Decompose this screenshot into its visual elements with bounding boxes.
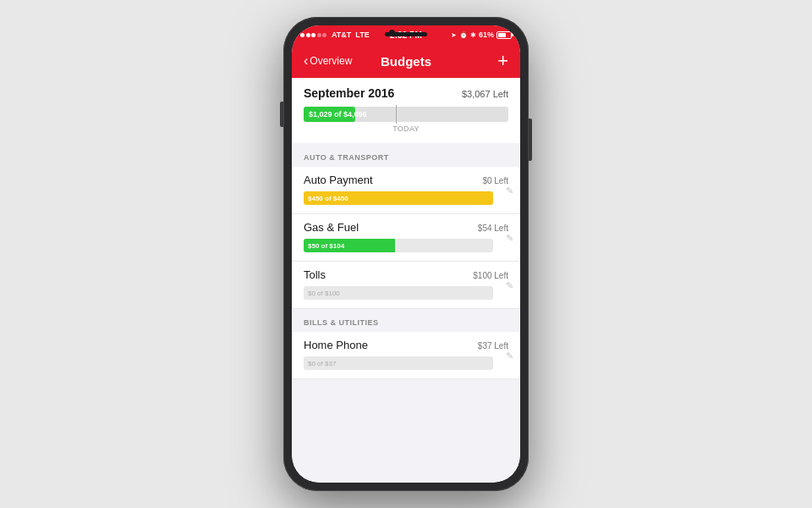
home-phone-name: Home Phone — [304, 339, 368, 351]
back-button[interactable]: ‹ Overview — [304, 53, 352, 69]
gas-fuel-progress-label: $50 of $104 — [308, 242, 344, 250]
september-title: September 2016 — [304, 86, 394, 100]
phone-inner: AT&T LTE 2:32 PM ➤ ⏰ ✱ 61% ‹ — [292, 25, 520, 483]
category-auto-label: AUTO & TRANSPORT — [304, 153, 389, 162]
september-amount-left: $3,067 Left — [462, 89, 508, 99]
september-section: September 2016 $3,067 Left $1,029 of $4,… — [292, 78, 520, 143]
phone-frame: AT&T LTE 2:32 PM ➤ ⏰ ✱ 61% ‹ — [283, 17, 529, 491]
gas-fuel-name: Gas & Fuel — [304, 221, 359, 234]
back-label: Overview — [310, 55, 352, 67]
battery-icon — [497, 31, 512, 39]
category-bills-utilities: BILLS & UTILITIES — [292, 309, 520, 332]
today-label: TODAY — [304, 124, 508, 133]
network-label: LTE — [355, 30, 369, 39]
battery-percent: 61% — [479, 30, 494, 39]
tolls-name: Tolls — [304, 268, 326, 281]
budget-item-gas-fuel[interactable]: Gas & Fuel $54 Left $50 of $104 ✎ — [292, 214, 520, 262]
home-phone-left: $37 Left — [478, 341, 508, 351]
screen: AT&T LTE 2:32 PM ➤ ⏰ ✱ 61% ‹ — [292, 25, 520, 483]
signal-dot-1 — [300, 33, 304, 37]
nav-bar: ‹ Overview Budgets + — [292, 44, 520, 78]
signal-dot-2 — [306, 33, 310, 37]
tolls-progress-bg: $0 of $100 — [304, 286, 493, 300]
auto-payment-edit-icon[interactable]: ✎ — [506, 185, 513, 196]
september-progress-label: $1,029 of $4,096 — [309, 110, 367, 119]
signal-dot-3 — [311, 33, 315, 37]
home-phone-progress-label: $0 of $37 — [304, 360, 336, 367]
add-button[interactable]: + — [497, 52, 508, 70]
category-bills-label: BILLS & UTILITIES — [304, 318, 379, 327]
alarm-icon: ⏰ — [459, 31, 468, 39]
carrier-label: AT&T — [332, 30, 351, 39]
budget-item-tolls[interactable]: Tolls $100 Left $0 of $100 ✎ — [292, 262, 520, 309]
signal-dot-5 — [322, 33, 326, 37]
battery-fill — [498, 33, 506, 37]
tolls-progress-label: $0 of $100 — [304, 290, 340, 297]
auto-payment-left: $0 Left — [482, 176, 508, 185]
gas-fuel-progress-bg: $50 of $104 — [304, 239, 493, 252]
today-marker — [396, 105, 397, 124]
auto-payment-progress-fill: $450 of $450 — [304, 191, 493, 205]
category-auto-transport: AUTO & TRANSPORT — [292, 144, 520, 167]
gas-fuel-edit-icon[interactable]: ✎ — [506, 232, 513, 243]
tolls-left: $100 Left — [473, 271, 508, 280]
budget-item-home-phone[interactable]: Home Phone $37 Left $0 of $37 ✎ — [292, 332, 520, 379]
auto-payment-name: Auto Payment — [304, 174, 373, 186]
location-icon: ➤ — [451, 31, 457, 39]
september-progress-container: $1,029 of $4,096 — [304, 107, 508, 122]
scroll-content[interactable]: September 2016 $3,067 Left $1,029 of $4,… — [292, 78, 520, 483]
home-phone-edit-icon[interactable]: ✎ — [506, 350, 513, 361]
budget-item-auto-payment[interactable]: Auto Payment $0 Left $450 of $450 ✎ — [292, 167, 520, 214]
auto-payment-progress-bg: $450 of $450 — [304, 191, 493, 205]
back-chevron-icon: ‹ — [304, 53, 308, 69]
home-phone-progress-bg: $0 of $37 — [304, 356, 493, 370]
nav-title: Budgets — [381, 54, 431, 69]
bluetooth-icon: ✱ — [470, 31, 476, 39]
september-progress-fill: $1,029 of $4,096 — [304, 107, 355, 122]
speaker — [385, 32, 427, 36]
gas-fuel-progress-fill: $50 of $104 — [304, 239, 395, 252]
signal-dot-4 — [317, 33, 321, 37]
auto-payment-progress-label: $450 of $450 — [308, 195, 348, 202]
gas-fuel-left: $54 Left — [478, 224, 508, 233]
tolls-edit-icon[interactable]: ✎ — [506, 279, 513, 290]
